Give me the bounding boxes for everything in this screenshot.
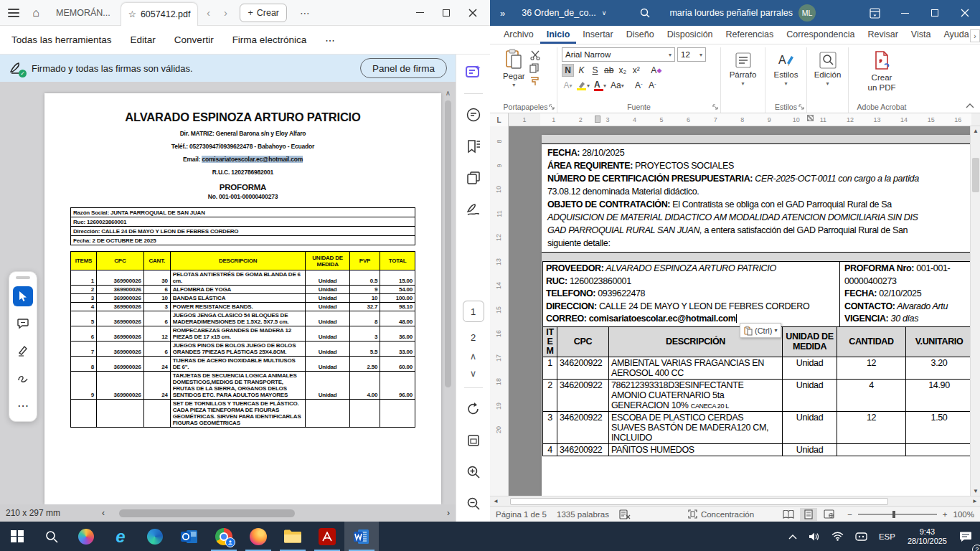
paste-options-button[interactable]: (Ctrl) ▾ [740,323,781,338]
paragraph-button[interactable]: Párrafo ▾ [725,50,760,88]
tray-chevron-icon[interactable] [783,522,802,551]
horizontal-ruler[interactable]: L 1 12345678910111213141516 [490,113,980,126]
close-button[interactable] [468,9,477,17]
zoom-slider-thumb[interactable] [892,511,895,518]
font-dialog-launcher-icon[interactable] [712,104,719,110]
tabs-overflow-icon[interactable]: › [970,29,980,42]
scroll-right-icon[interactable]: ► [972,498,980,504]
web-layout-icon[interactable] [820,508,837,521]
tab-diseno[interactable]: Diseño [620,27,661,44]
superscript-button[interactable]: x² [630,64,642,77]
chrome-icon[interactable] [207,522,241,551]
scroll-thumb[interactable] [510,498,888,505]
word-vertical-scrollbar[interactable]: ▲ ▼ [970,126,980,496]
comment-tool[interactable] [13,314,33,334]
notifications-icon[interactable]: 2 [954,522,977,551]
font-size-select[interactable]: 12 ▾ [677,47,706,62]
cut-icon[interactable] [529,50,541,60]
draw-tool[interactable] [13,368,33,388]
highlight-color-button[interactable]: ▾ [575,79,591,92]
wifi-icon[interactable] [826,522,849,551]
collapse-ribbon-icon[interactable] [966,103,974,108]
tab-revisar[interactable]: Revisar [861,27,904,44]
search-icon[interactable] [639,7,651,19]
clipboard-dialog-launcher-icon[interactable] [549,104,555,110]
acrobat-taskbar-icon[interactable] [310,522,344,551]
sign-icon[interactable] [463,199,484,220]
zoom-in-icon[interactable]: + [943,510,948,519]
document-title[interactable]: 36 Orden_de_co... ∨ [516,8,612,18]
underline-button[interactable]: S [589,64,601,77]
drag-handle[interactable] [16,276,30,279]
page-two-label[interactable]: 2 [471,332,476,343]
focus-mode-button[interactable]: Concentración [688,509,754,519]
styles-button[interactable]: A Estilos ▾ [770,50,802,88]
volume-icon[interactable] [804,522,825,551]
word-horizontal-scrollbar[interactable]: ◄ ► [490,496,980,506]
editing-button[interactable]: Edición ▾ [811,50,844,88]
page-indicator[interactable]: Página 1 de 5 [496,510,547,519]
ribbon-display-options-icon[interactable] [859,0,890,26]
star-icon[interactable]: ☆ [128,9,136,19]
grow-font-button[interactable]: Aˆ [633,79,645,92]
scroll-up-icon[interactable]: ∧ [443,89,453,99]
tab-disposicion[interactable]: Disposición [661,27,720,44]
outlook-icon[interactable] [172,522,207,551]
strikethrough-button[interactable]: ab [603,64,615,77]
table-column-marker[interactable] [807,115,814,121]
menu-all-tools[interactable]: Todas las herramientas [11,34,112,45]
italic-button[interactable]: K [575,64,588,77]
more-options-icon[interactable]: ⋯ [300,7,311,19]
proofing-errors-icon[interactable] [619,509,631,519]
scroll-thumb[interactable] [445,100,451,387]
scroll-left-icon[interactable]: ‹ [102,508,105,518]
zoom-level[interactable]: 100% [953,510,974,519]
close-button[interactable] [950,0,980,26]
ai-assistant-icon[interactable] [463,62,484,83]
menu-hamburger-icon[interactable] [4,4,23,22]
format-painter-icon[interactable] [529,76,540,86]
tab-memorandum[interactable]: MEMORÁN... [49,0,118,26]
attachments-icon[interactable] [463,167,484,189]
internet-explorer-icon[interactable]: e [103,522,138,551]
language-indicator[interactable]: ESP [874,522,900,551]
tab-inicio[interactable]: Inicio [540,27,577,44]
next-page-icon[interactable]: ∨ [470,370,477,377]
maximize-button[interactable] [920,0,950,26]
tab-vista[interactable]: Vista [905,27,938,44]
vertical-ruler[interactable]: 891011121314151617181920 [490,126,509,496]
text-effects-button[interactable]: A▾ [562,79,574,92]
rotate-page-icon[interactable] [463,398,484,420]
tab-correspondencia[interactable]: Correspondencia [780,27,861,44]
copy-icon[interactable] [529,63,540,73]
styles-dialog-launcher-icon[interactable] [798,104,805,110]
pdf-vertical-scrollbar[interactable]: ∧ [443,89,453,497]
scroll-left-icon[interactable]: ◄ [490,498,499,504]
edge-icon[interactable] [138,522,172,551]
forward-icon[interactable]: › [218,6,232,19]
tab-referencias[interactable]: Referencias [720,27,781,44]
create-button[interactable]: + Crear [240,4,287,22]
shrink-font-button[interactable]: Aˇ [646,79,659,92]
print-layout-icon[interactable] [800,508,817,521]
zoom-out-icon[interactable] [463,493,484,514]
menu-edit[interactable]: Editar [131,34,156,45]
paste-button[interactable]: Pegar ▾ [499,47,529,90]
subscript-button[interactable]: x₂ [616,64,628,77]
bold-button[interactable]: N [562,64,574,77]
file-explorer-icon[interactable] [275,522,310,551]
read-mode-icon[interactable] [780,508,797,521]
menu-convert[interactable]: Convertir [174,34,214,45]
previous-page-icon[interactable]: ∧ [470,353,477,360]
scroll-down-icon[interactable]: ▼ [971,488,980,494]
zoom-in-icon[interactable] [463,461,484,483]
more-tools-icon[interactable]: ⋯ [13,395,33,415]
zoom-slider[interactable] [858,514,937,515]
start-button[interactable] [0,522,34,551]
select-tool[interactable] [13,286,33,306]
menu-more-icon[interactable]: ⋯ [325,34,335,46]
minimize-button[interactable] [416,12,424,13]
pdf-horizontal-scrollbar[interactable]: ‹ › [102,509,450,518]
taskbar-search-icon[interactable] [34,522,69,551]
clock[interactable]: 9:43 28/10/2025 [902,527,953,546]
